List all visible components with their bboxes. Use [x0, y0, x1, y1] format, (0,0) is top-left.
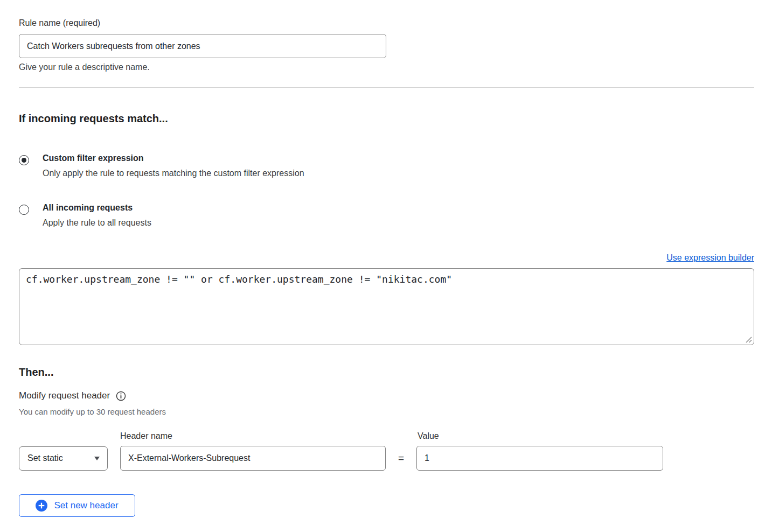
radio-option-all-requests[interactable]: All incoming requests Apply the rule to … [19, 203, 779, 228]
equals-sign: = [386, 452, 416, 464]
header-labels-row: Header name Value [19, 431, 779, 441]
rule-name-label: Rule name (required) [19, 18, 779, 28]
modify-header-helper: You can modify up to 30 request headers [19, 407, 779, 416]
plus-icon [36, 500, 47, 512]
filter-expression-textarea[interactable]: cf.worker.upstream_zone != "" or cf.work… [19, 268, 754, 345]
radio-button-custom-filter-selected[interactable] [19, 155, 29, 165]
radio-button-all-requests-unselected[interactable] [19, 205, 29, 215]
header-name-input[interactable] [120, 446, 386, 471]
label-spacer [19, 431, 120, 441]
builder-link-row: Use expression builder [0, 253, 754, 263]
modify-request-header-label: Modify request header [19, 390, 110, 401]
rule-name-helper: Give your rule a descriptive name. [19, 62, 779, 72]
expression-editor-wrap: cf.worker.upstream_zone != "" or cf.work… [19, 268, 754, 345]
info-icon[interactable] [116, 391, 126, 401]
operation-select-value: Set static [27, 453, 63, 463]
rule-editor-page: Rule name (required) Give your rule a de… [0, 0, 779, 517]
radio-option-custom-filter[interactable]: Custom filter expression Only apply the … [19, 153, 779, 178]
header-edit-row: Set static = [19, 446, 754, 471]
match-section-heading: If incoming requests match... [19, 113, 779, 125]
use-expression-builder-link[interactable]: Use expression builder [666, 253, 754, 262]
header-name-label: Header name [120, 431, 418, 441]
radio-option-texts: Custom filter expression Only apply the … [43, 153, 304, 178]
set-new-header-label: Set new header [54, 500, 118, 511]
set-new-header-button[interactable]: Set new header [19, 494, 135, 517]
header-value-input[interactable] [416, 446, 663, 471]
then-section-heading: Then... [19, 366, 779, 379]
all-requests-label: All incoming requests [43, 203, 151, 213]
action-row: Modify request header [19, 390, 779, 401]
custom-filter-description: Only apply the rule to requests matching… [43, 169, 304, 178]
radio-selected-dot [22, 158, 26, 163]
rule-name-input[interactable] [19, 34, 386, 58]
all-requests-description: Apply the rule to all requests [43, 218, 151, 228]
value-label: Value [418, 431, 439, 441]
operation-select[interactable]: Set static [19, 446, 108, 471]
section-divider [19, 87, 754, 88]
custom-filter-label: Custom filter expression [43, 153, 304, 163]
chevron-down-icon [94, 457, 100, 460]
radio-option-texts: All incoming requests Apply the rule to … [43, 203, 151, 228]
